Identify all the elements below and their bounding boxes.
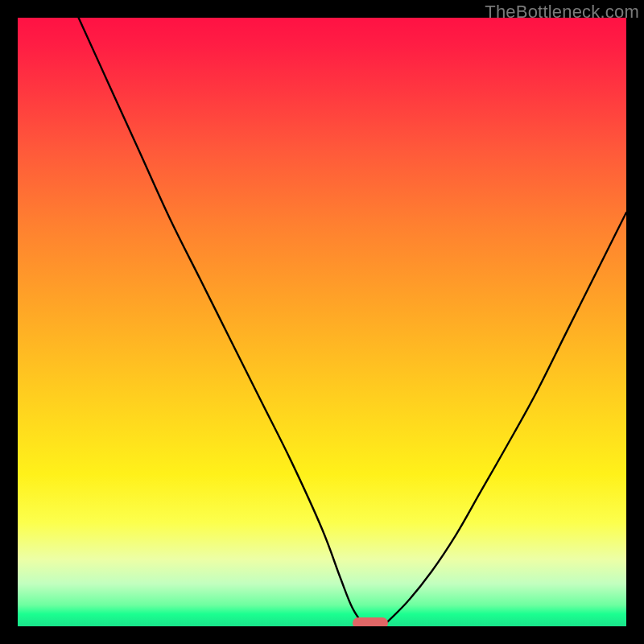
plot-area — [18, 18, 626, 626]
watermark-text: TheBottleneck.com — [485, 2, 639, 23]
optimal-marker — [353, 617, 388, 626]
chart-frame: TheBottleneck.com — [0, 0, 644, 644]
bottleneck-curve — [18, 18, 626, 626]
